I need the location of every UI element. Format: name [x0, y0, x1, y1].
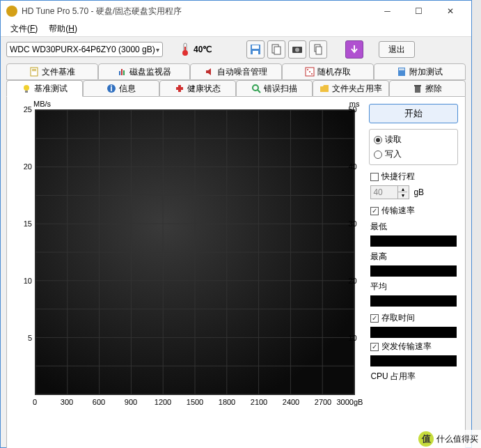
cpu-label: CPU 占用率 — [370, 371, 457, 383]
screenshot-button[interactable] — [288, 40, 306, 59]
tab-random-access[interactable]: 随机存取 — [282, 63, 374, 80]
xtick: 2100 — [251, 398, 267, 406]
shortstroke-check[interactable]: 快捷行程 — [370, 171, 457, 183]
titlebar: HD Tune Pro 5.70 - 硬盘/固态硬盘实用程序 ─ ☐ ✕ — [1, 1, 471, 22]
shortstroke-value[interactable] — [371, 187, 397, 197]
xtick: 1500 — [187, 398, 203, 406]
svg-rect-16 — [121, 69, 123, 75]
tab-folder-usage[interactable]: 文件夹占用率 — [313, 80, 389, 97]
avg-value — [370, 295, 457, 307]
menu-help[interactable]: 帮助(H) — [43, 22, 83, 36]
svg-rect-4 — [252, 45, 259, 49]
bulb-icon — [22, 84, 31, 93]
tab-benchmark[interactable]: 基准测试 — [6, 80, 83, 97]
svg-point-20 — [311, 73, 313, 75]
access-check[interactable]: 存取时间 — [370, 312, 457, 324]
xtick: 3000gB — [336, 398, 363, 406]
transfer-check[interactable]: 传输速率 — [370, 205, 457, 217]
ytick-l: 5 — [19, 334, 32, 342]
watermark-logo-icon: 值 — [418, 431, 434, 447]
monitor-icon — [117, 67, 127, 77]
svg-point-24 — [24, 85, 29, 91]
svg-rect-23 — [399, 68, 404, 70]
tab-erase[interactable]: 擦除 — [389, 80, 466, 97]
copy-text-button[interactable] — [267, 40, 285, 59]
ytick-r: 30 — [348, 219, 361, 228]
svg-text:i: i — [110, 84, 112, 93]
checkbox-icon — [370, 207, 379, 215]
read-radio[interactable]: 读取 — [374, 134, 453, 146]
xtick: 0 — [33, 398, 37, 406]
ytick-l: 10 — [19, 277, 32, 285]
trash-icon — [413, 84, 423, 93]
menu-file[interactable]: 文件(F) — [5, 22, 43, 36]
ytick-l: 25 — [19, 105, 32, 114]
start-button[interactable]: 开始 — [369, 104, 458, 123]
tab-extra-tests[interactable]: 附加测试 — [374, 63, 466, 80]
copy-button[interactable] — [309, 40, 327, 59]
benchmark-chart: MB/s ms 25 20 15 10 5 50 40 30 20 10 0 3… — [14, 104, 362, 417]
svg-rect-2 — [184, 47, 186, 53]
svg-rect-17 — [123, 70, 125, 75]
ytick-l: 20 — [19, 162, 32, 171]
info-icon: i — [107, 84, 116, 93]
xtick: 1200 — [155, 398, 171, 406]
svg-point-19 — [307, 69, 308, 70]
burst-check[interactable]: 突发传输速率 — [370, 341, 457, 353]
svg-rect-12 — [31, 68, 38, 76]
svg-rect-33 — [414, 85, 421, 86]
checkbox-icon — [370, 314, 379, 323]
svg-rect-14 — [32, 70, 36, 71]
ytick-r: 20 — [348, 277, 361, 285]
radio-icon — [374, 136, 382, 144]
xtick: 2700 — [315, 398, 331, 406]
minimize-button[interactable]: ─ — [372, 1, 403, 21]
burst-value — [370, 355, 457, 366]
temperature-value: 40℃ — [194, 45, 212, 54]
tab-error-scan[interactable]: 错误扫描 — [236, 80, 313, 97]
health-icon — [175, 84, 184, 93]
xtick: 2400 — [283, 398, 299, 406]
file-icon — [29, 67, 39, 77]
tab-file-benchmark[interactable]: 文件基准 — [6, 63, 98, 80]
xtick: 900 — [125, 398, 137, 406]
avg-label: 平均 — [370, 281, 457, 293]
speaker-icon — [205, 67, 214, 77]
tab-aam[interactable]: 自动噪音管理 — [190, 63, 282, 80]
menubar: 文件(F) 帮助(H) — [1, 22, 471, 37]
svg-point-21 — [309, 71, 310, 72]
chevron-down-icon: ▾ — [156, 46, 159, 54]
watermark-text: 什么值得买 — [436, 433, 478, 445]
shortstroke-spinner[interactable]: ▲▼ — [370, 185, 409, 199]
svg-rect-15 — [119, 71, 120, 75]
access-value — [370, 327, 457, 338]
calculator-icon — [397, 67, 407, 77]
ytick-r: 50 — [348, 105, 361, 114]
svg-rect-25 — [25, 91, 28, 93]
maximize-button[interactable]: ☐ — [403, 1, 434, 21]
svg-point-9 — [295, 48, 299, 52]
svg-point-30 — [253, 85, 258, 91]
svg-rect-7 — [274, 47, 281, 54]
spin-down-icon[interactable]: ▼ — [398, 192, 407, 199]
save-button[interactable] — [246, 40, 265, 59]
svg-rect-13 — [32, 69, 36, 70]
y-axis-left-label: MB/s — [33, 100, 51, 108]
exit-button[interactable]: 退出 — [379, 41, 415, 58]
tab-disk-monitor[interactable]: 磁盘监视器 — [98, 63, 190, 80]
svg-rect-29 — [176, 87, 183, 90]
down-arrow-button[interactable] — [345, 40, 363, 59]
ytick-r: 10 — [348, 334, 361, 342]
close-button[interactable]: ✕ — [434, 1, 466, 21]
checkbox-icon — [370, 173, 379, 181]
radio-icon — [374, 150, 382, 159]
tab-info[interactable]: i信息 — [83, 80, 159, 97]
max-label: 最高 — [370, 251, 457, 263]
random-icon — [305, 67, 315, 77]
drive-select[interactable]: WDC WD30PURX-64P6ZY0 (3000 gB) ▾ — [6, 42, 163, 57]
spin-up-icon[interactable]: ▲ — [398, 186, 407, 192]
tab-health[interactable]: 健康状态 — [159, 80, 236, 97]
write-radio[interactable]: 写入 — [374, 148, 453, 160]
window-title: HD Tune Pro 5.70 - 硬盘/固态硬盘实用程序 — [22, 6, 372, 17]
checkbox-icon — [370, 343, 379, 351]
